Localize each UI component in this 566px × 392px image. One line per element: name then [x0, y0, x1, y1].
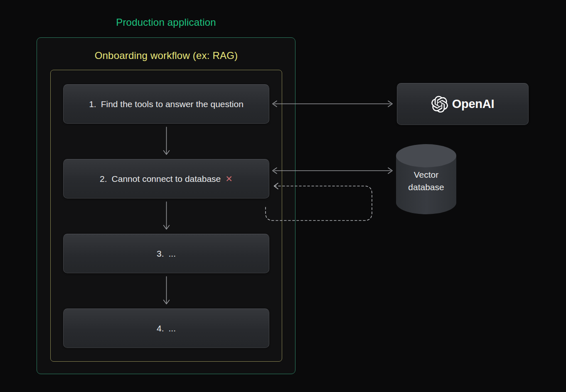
- step-card-2: 2. Cannot connect to database ✕: [63, 159, 269, 198]
- step-card-3: 3. ...: [63, 234, 269, 273]
- error-x-icon: ✕: [225, 174, 233, 184]
- step-text: Cannot connect to database: [112, 174, 221, 184]
- step-text: ...: [169, 249, 176, 259]
- openai-service-card: OpenAI: [397, 83, 529, 125]
- step-card-4: 4. ...: [63, 309, 269, 348]
- diagram-canvas: Production application Onboarding workfl…: [0, 0, 566, 392]
- onboarding-workflow-title: Onboarding workflow (ex: RAG): [50, 50, 282, 61]
- step-number: 2.: [100, 174, 107, 184]
- step-number: 3.: [157, 249, 164, 259]
- vector-database-label: Vector database: [396, 169, 456, 194]
- step-number: 4.: [157, 323, 164, 333]
- production-application-title: Production application: [37, 17, 295, 28]
- step-card-1: 1. Find the tools to answer the question: [63, 84, 269, 124]
- openai-logo-icon: [431, 96, 448, 113]
- openai-label: OpenAI: [452, 97, 494, 111]
- step-text: ...: [169, 323, 176, 333]
- step-number: 1.: [89, 99, 96, 109]
- step-text: Find the tools to answer the question: [101, 99, 244, 109]
